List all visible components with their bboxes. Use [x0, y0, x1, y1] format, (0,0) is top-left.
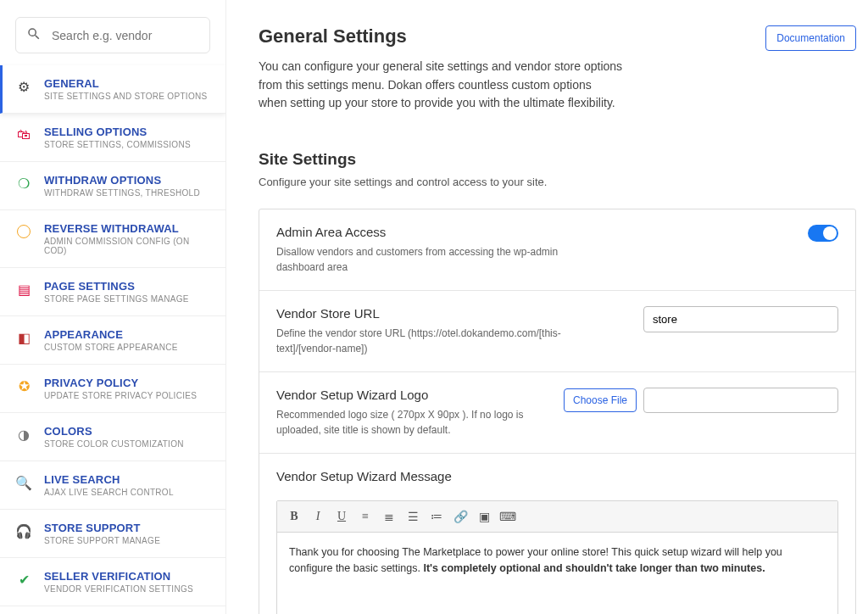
search-input[interactable]	[52, 29, 200, 42]
sidebar-item-desc: WITHDRAW SETTINGS, THRESHOLD	[44, 188, 210, 198]
sidebar-item-label: SELLER VERIFICATION	[44, 570, 210, 583]
sidebar-item-desc: VENDOR VERIFICATION SETTINGS	[44, 584, 210, 594]
sidebar-item-general[interactable]: ⚙ GENERAL SITE SETTINGS AND STORE OPTION…	[0, 65, 225, 114]
editor-toolbar: B I U ≡ ≣ ☰ ≔ 🔗 ▣ ⌨	[277, 501, 837, 533]
bold-button[interactable]: B	[284, 506, 304, 527]
shield-icon: ✪	[15, 377, 32, 394]
sidebar-item-label: STORE SUPPORT	[44, 522, 210, 534]
page-description: You can configure your general site sett…	[259, 58, 623, 113]
italic-button[interactable]: I	[308, 506, 328, 527]
sidebar-item-store-support[interactable]: 🎧 STORE SUPPORT STORE SUPPORT MANAGE	[0, 510, 225, 558]
sidebar-item-label: WITHDRAW OPTIONS	[44, 174, 210, 187]
settings-box: Admin Area Access Disallow vendors and c…	[259, 209, 856, 614]
setting-admin-area-access: Admin Area Access Disallow vendors and c…	[259, 209, 855, 291]
sidebar-item-label: REVERSE WITHDRAWAL	[44, 222, 210, 235]
sidebar-item-reverse-withdrawal[interactable]: REVERSE WITHDRAWAL ADMIN COMMISSION CONF…	[0, 210, 225, 268]
gear-icon: ⚙	[15, 78, 32, 95]
sidebar-item-label: PAGE SETTINGS	[44, 280, 210, 293]
section-description: Configure your site settings and control…	[259, 176, 856, 188]
setting-help: Disallow vendors and customers from acce…	[276, 244, 565, 275]
sidebar-item-desc: UPDATE STORE PRIVACY POLICIES	[44, 391, 210, 400]
sidebar-item-desc: STORE COLOR CUSTOMIZATION	[44, 439, 210, 449]
appearance-icon: ◧	[15, 329, 32, 346]
sidebar-item-desc: STORE SUPPORT MANAGE	[44, 536, 210, 545]
sidebar-item-selling-options[interactable]: 🛍 SELLING OPTIONS STORE SETTINGS, COMMIS…	[0, 114, 225, 162]
section-title: Site Settings	[259, 150, 856, 169]
sidebar-item-label: COLORS	[44, 425, 210, 438]
wysiwyg-editor: B I U ≡ ≣ ☰ ≔ 🔗 ▣ ⌨ Thank you for choosi…	[276, 500, 838, 614]
align-left-button[interactable]: ≡	[355, 506, 376, 527]
sidebar-item-live-search[interactable]: 🔍 LIVE SEARCH AJAX LIVE SEARCH CONTROL	[0, 461, 225, 510]
sidebar-item-seller-verification[interactable]: ✔ SELLER VERIFICATION VENDOR VERIFICATIO…	[0, 558, 225, 606]
palette-icon: ◑	[15, 426, 32, 443]
sidebar: ⚙ GENERAL SITE SETTINGS AND STORE OPTION…	[0, 0, 226, 614]
setting-label: Vendor Setup Wizard Message	[276, 469, 452, 483]
page-icon: ▤	[15, 281, 32, 298]
setting-help: Define the vendor store URL (https://ote…	[276, 326, 565, 356]
vendor-store-url-input[interactable]	[643, 306, 838, 332]
sidebar-item-privacy-policy[interactable]: ✪ PRIVACY POLICY UPDATE STORE PRIVACY PO…	[0, 365, 225, 413]
sidebar-item-verification-sms[interactable]: ✉ VERIFICATION SMS GATEWAYS SMS GATEWAY …	[0, 606, 225, 614]
image-button[interactable]: ▣	[474, 506, 494, 527]
wizard-msg-bold: It's completely optional and shouldn't t…	[423, 562, 765, 574]
setting-wizard-logo: Vendor Setup Wizard Logo Recommended log…	[259, 372, 855, 454]
code-button[interactable]: ⌨	[498, 506, 518, 527]
sidebar-item-label: LIVE SEARCH	[44, 473, 210, 486]
page-title: General Settings	[259, 25, 623, 47]
sidebar-item-desc: AJAX LIVE SEARCH CONTROL	[44, 488, 210, 497]
admin-access-toggle[interactable]	[808, 225, 838, 242]
sidebar-item-label: SELLING OPTIONS	[44, 126, 210, 138]
sidebar-item-desc: SITE SETTINGS AND STORE OPTIONS	[44, 92, 210, 101]
search-box[interactable]	[15, 17, 210, 53]
search-icon	[26, 26, 52, 44]
setting-label: Admin Area Access	[276, 225, 787, 239]
documentation-button[interactable]: Documentation	[765, 25, 856, 51]
sidebar-item-colors[interactable]: ◑ COLORS STORE COLOR CUSTOMIZATION	[0, 413, 225, 461]
sidebar-item-desc: STORE SETTINGS, COMMISSIONS	[44, 140, 210, 149]
setting-wizard-message: Vendor Setup Wizard Message B I U ≡ ≣ ☰ …	[259, 454, 855, 614]
sidebar-item-withdraw-options[interactable]: ❍ WITHDRAW OPTIONS WITHDRAW SETTINGS, TH…	[0, 162, 225, 210]
sidebar-item-desc: CUSTOM STORE APPEARANCE	[44, 343, 210, 352]
verify-icon: ✔	[15, 571, 32, 588]
sidebar-item-appearance[interactable]: ◧ APPEARANCE CUSTOM STORE APPEARANCE	[0, 316, 225, 365]
sidebar-item-label: PRIVACY POLICY	[44, 377, 210, 389]
link-button[interactable]: 🔗	[450, 506, 470, 527]
sidebar-item-label: GENERAL	[44, 77, 210, 90]
setting-help: Recommended logo size ( 270px X 90px ). …	[276, 407, 543, 438]
setting-label: Vendor Setup Wizard Logo	[276, 388, 543, 402]
align-justify-button[interactable]: ☰	[403, 506, 423, 527]
sidebar-item-desc: STORE PAGE SETTINGS MANAGE	[44, 294, 210, 304]
sidebar-item-page-settings[interactable]: ▤ PAGE SETTINGS STORE PAGE SETTINGS MANA…	[0, 268, 225, 316]
headset-icon: 🎧	[15, 522, 32, 539]
logo-file-field[interactable]	[643, 388, 838, 413]
sidebar-item-label: APPEARANCE	[44, 328, 210, 341]
bag-icon: 🛍	[15, 126, 32, 143]
search-circle-icon: 🔍	[15, 474, 32, 491]
setting-label: Vendor Store URL	[276, 306, 623, 321]
reverse-icon	[15, 223, 32, 240]
setting-vendor-store-url: Vendor Store URL Define the vendor store…	[259, 291, 855, 372]
sidebar-item-desc: ADMIN COMMISSION CONFIG (ON COD)	[44, 237, 210, 255]
list-button[interactable]: ≔	[426, 506, 447, 527]
underline-button[interactable]: U	[331, 506, 352, 527]
align-center-button[interactable]: ≣	[379, 506, 399, 527]
editor-body[interactable]: Thank you for choosing The Marketplace t…	[277, 533, 837, 614]
main-content: General Settings You can configure your …	[226, 0, 868, 614]
pin-icon: ❍	[15, 175, 32, 192]
choose-file-button[interactable]: Choose File	[564, 388, 637, 412]
